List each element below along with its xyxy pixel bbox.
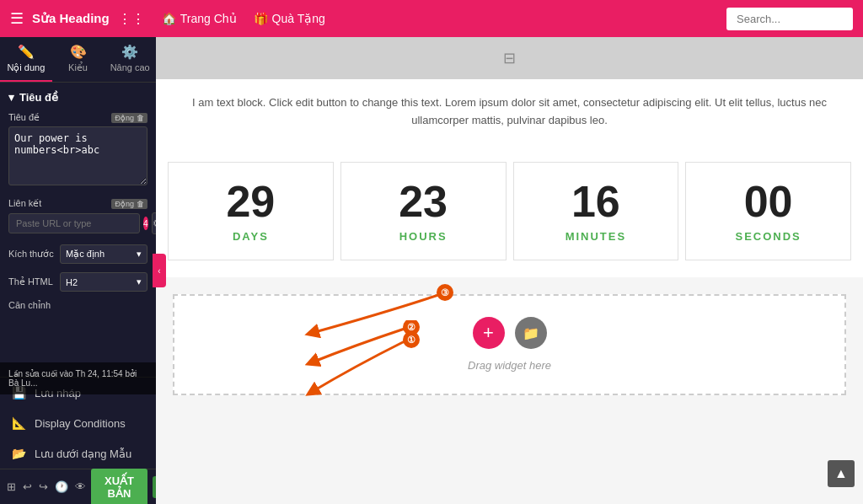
last-edit-info: Lần sửa cuối vào Th 24, 11:54 bởi Bà Lu.… <box>0 362 156 394</box>
menu-item-save-template[interactable]: 📂 Lưu dưới dạng Mẫu <box>0 438 156 469</box>
section-heading[interactable]: ▾ Tiêu đề <box>8 91 147 104</box>
display-conditions-icon: 📐 <box>12 416 26 430</box>
nav-item-gift[interactable]: 🎁 Quà Tặng <box>254 12 325 25</box>
title-textarea[interactable]: Our power is numbers<br>abc <box>8 126 147 185</box>
size-select[interactable]: Mặc định ▾ <box>60 244 147 264</box>
template-icon: 📂 <box>12 447 26 460</box>
publish-bar: ⊞ ↩ ↪ 🕐 👁 XUẤT BẢN ▲ <box>0 469 156 504</box>
chevron-down-icon: ▾ <box>137 276 142 287</box>
trash-icon: 🗑 <box>137 114 144 122</box>
tab-style[interactable]: 🎨 Kiểu <box>52 37 105 82</box>
link-field-label: Liên kết Động 🗑 <box>8 198 147 209</box>
topbar-nav: 🏠 Trang Chủ 🎁 Quà Tặng <box>162 12 718 25</box>
content-area: ⊟ I am text block. Click edit button to … <box>156 37 863 504</box>
widget-folder-button[interactable]: 📁 <box>515 317 547 349</box>
layout-icon: ⊟ <box>503 49 516 67</box>
countdown-section: 29 DAYS 23 HOURS 16 MINUTES 00 SECONDS <box>156 145 863 277</box>
tab-advanced[interactable]: ⚙️ Nâng cao <box>104 37 156 82</box>
widget-drop-area: + 📁 Drag widget here <box>173 294 846 395</box>
chevron-down-icon: ▾ <box>137 249 142 260</box>
text-block[interactable]: I am text block. Click edit button to ch… <box>156 79 863 145</box>
html-tag-select[interactable]: H2 ▾ <box>60 272 147 292</box>
menu-item-display-conditions[interactable]: 📐 Display Conditions <box>0 408 156 438</box>
sidebar-collapse-button[interactable]: ‹ <box>153 254 166 287</box>
countdown-minutes: 16 MINUTES <box>513 162 679 260</box>
topbar-title: Sửa Heading <box>32 11 110 26</box>
bottom-icons: ⊞ ↩ ↪ 🕐 👁 <box>7 480 86 493</box>
scroll-top-button[interactable]: ▲ <box>828 460 855 487</box>
edit-icon: ✏️ <box>18 44 35 60</box>
sidebar: ✏️ Nội dung 🎨 Kiểu ⚙️ Nâng cao ▾ Tiêu đề… <box>0 37 156 504</box>
size-row: Kích thước Mặc định ▾ <box>8 244 147 264</box>
gift-icon: 🎁 <box>254 12 268 25</box>
settings-icon: ⚙️ <box>121 44 138 60</box>
countdown-hours: 23 HOURS <box>340 162 507 260</box>
sidebar-tabs: ✏️ Nội dung 🎨 Kiểu ⚙️ Nâng cao <box>0 37 156 83</box>
tab-content[interactable]: ✏️ Nội dung <box>0 37 52 82</box>
home-icon: 🏠 <box>162 12 176 25</box>
eye-icon[interactable]: 👁 <box>75 480 86 493</box>
sidebar-content: ▾ Tiêu đề Tiêu đề Động 🗑 Our power is nu… <box>0 83 156 377</box>
link-trash-icon: 🗑 <box>137 200 144 208</box>
dynamic-badge: Động 🗑 <box>111 113 147 123</box>
drag-widget-text: Drag widget here <box>468 359 551 372</box>
palette-icon: 🎨 <box>70 44 87 60</box>
chevron-down-icon: ▾ <box>8 91 14 104</box>
gray-strip: ⊟ <box>156 37 863 79</box>
grid-icon[interactable]: ⋮⋮ <box>118 11 145 27</box>
alignment-label: Căn chỉnh <box>8 300 147 311</box>
publish-button[interactable]: XUẤT BẢN <box>91 469 147 505</box>
search-input[interactable] <box>726 8 853 30</box>
topbar: ☰ Sửa Heading ⋮⋮ 🏠 Trang Chủ 🎁 Quà Tặng <box>0 0 863 37</box>
url-input[interactable] <box>8 213 140 233</box>
widget-add-button[interactable]: + <box>473 317 505 349</box>
undo-icon[interactable]: ↩ <box>23 480 32 493</box>
main-layout: ✏️ Nội dung 🎨 Kiểu ⚙️ Nâng cao ▾ Tiêu đề… <box>0 37 863 504</box>
redo-icon[interactable]: ↪ <box>39 480 48 493</box>
hamburger-icon[interactable]: ☰ <box>10 9 24 28</box>
widget-drop-icons: + 📁 <box>473 317 547 349</box>
url-input-row: 4 ⚙ <box>8 212 147 234</box>
html-tag-row: Thẻ HTML H2 ▾ <box>8 272 147 292</box>
title-field-label: Tiêu đề Động 🗑 <box>8 112 147 123</box>
countdown-seconds: 00 SECONDS <box>685 162 851 260</box>
link-dynamic-badge: Động 🗑 <box>111 199 147 209</box>
grid-bottom-icon[interactable]: ⊞ <box>7 480 16 493</box>
nav-item-home[interactable]: 🏠 Trang Chủ <box>162 12 237 25</box>
countdown-days: 29 DAYS <box>168 162 334 260</box>
url-number-badge: 4 <box>143 217 148 230</box>
history-icon[interactable]: 🕐 <box>55 480 68 493</box>
